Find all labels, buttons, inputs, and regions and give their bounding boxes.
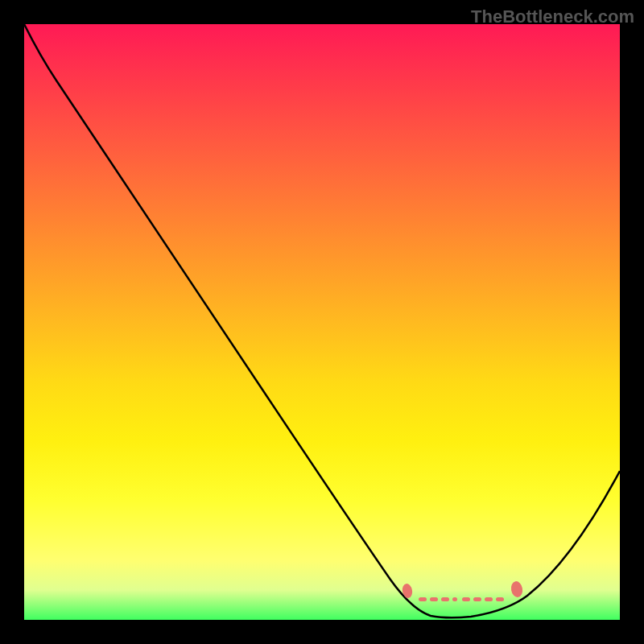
dot-4	[452, 597, 457, 601]
line-curve	[24, 24, 620, 620]
dot-7	[485, 597, 493, 601]
dot-8	[496, 597, 504, 601]
watermark-text: TheBottleneck.com	[471, 6, 634, 27]
dotted-markers	[419, 597, 507, 604]
plot-area	[24, 24, 620, 620]
dot-2	[430, 597, 438, 601]
dot-1	[419, 597, 427, 601]
dot-5	[462, 597, 470, 601]
dot-6	[473, 597, 481, 601]
curve-path	[24, 24, 620, 617]
dot-3	[441, 597, 449, 601]
